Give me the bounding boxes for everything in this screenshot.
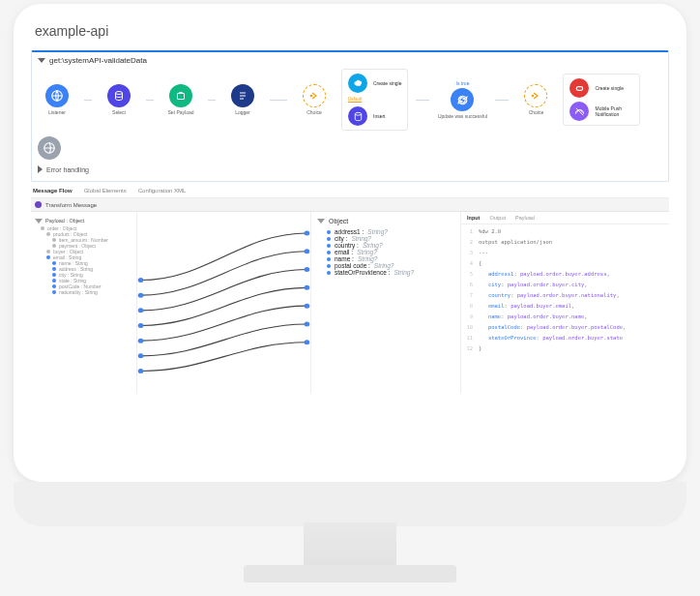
api-title: example-api [31, 21, 669, 50]
field-dot-icon [46, 255, 50, 259]
svg-point-20 [305, 321, 310, 326]
svg-point-21 [305, 340, 310, 344]
object-field[interactable]: stateOrProvidence : String? [317, 269, 454, 276]
monitor-stand-base [244, 565, 456, 582]
tab-global-elements[interactable]: Global Elements [84, 188, 127, 194]
field-dot-icon [327, 271, 331, 275]
branch-block-1: Create single Default Insert [341, 69, 408, 131]
field-dot-icon [52, 290, 56, 294]
svg-point-13 [138, 353, 144, 358]
object-field[interactable]: country : String? [317, 242, 454, 249]
svg-point-12 [138, 339, 144, 343]
collapse-icon [38, 58, 45, 63]
oracle-icon [569, 78, 589, 98]
flow-node-logger[interactable]: Logger [223, 84, 262, 115]
flow-node-update[interactable]: Is true Update was successful [437, 80, 487, 119]
field-dot-icon [52, 261, 56, 265]
globe-icon[interactable] [38, 136, 61, 160]
svg-point-1 [116, 92, 123, 95]
field-dot-icon [41, 226, 44, 230]
logger-icon [231, 84, 254, 107]
branch-row[interactable]: Mobile Push Notification [569, 102, 633, 121]
salesforce-icon [348, 74, 367, 93]
code-tab-input[interactable]: Input [467, 215, 480, 221]
field-dot-icon [52, 273, 56, 277]
field-dot-icon [52, 284, 56, 288]
flow-node-choice-2[interactable]: Choice [516, 84, 555, 115]
svg-rect-6 [576, 86, 582, 90]
monitor-stand-neck [304, 522, 396, 569]
screen-bezel: example-api get:\systemAPI-validateData … [14, 4, 686, 482]
field-dot-icon [327, 230, 331, 234]
connector [84, 100, 92, 101]
object-field[interactable]: city : String? [317, 235, 454, 242]
flow-row: Listener Select Set Payloa [38, 69, 662, 131]
database-icon [348, 106, 367, 126]
notification-icon [569, 102, 589, 121]
app-screen: example-api get:\systemAPI-validateData … [31, 21, 669, 464]
code-panel: Input Output Payload 123456789101112 %dw… [461, 212, 669, 394]
connector [146, 100, 154, 101]
svg-point-4 [355, 112, 361, 115]
field-dot-icon [327, 251, 331, 254]
line-gutter: 123456789101112 [461, 224, 477, 356]
branch-row[interactable]: Create single [569, 78, 633, 98]
payload-tree[interactable]: Payload : Object order : Objectproduct :… [31, 212, 137, 394]
flow-name: get:\systemAPI-validateData [49, 56, 147, 65]
svg-point-3 [310, 95, 311, 96]
object-field[interactable]: name : String? [317, 255, 454, 262]
flow-node-choice-1[interactable]: Choice [295, 84, 334, 115]
svg-point-19 [305, 304, 310, 309]
expand-icon [38, 165, 43, 173]
lower-tabs: Message Flow Global Elements Configurati… [31, 182, 669, 198]
database-icon [107, 84, 131, 107]
choice-icon [524, 84, 547, 107]
object-field[interactable]: address1 : String? [317, 228, 454, 235]
code-editor[interactable]: 123456789101112 %dw 2.0output applicatio… [461, 224, 669, 356]
globe-icon [45, 84, 69, 107]
flow-node-select[interactable]: Select [100, 84, 138, 115]
code-tab-output[interactable]: Output [489, 215, 506, 221]
object-field[interactable]: postal code : String? [317, 262, 454, 269]
svg-point-15 [305, 230, 310, 235]
svg-point-17 [305, 267, 310, 272]
flow-header[interactable]: get:\systemAPI-validateData [38, 56, 662, 69]
connector [270, 100, 287, 101]
svg-point-18 [305, 285, 310, 290]
branch-row[interactable]: Insert [348, 106, 401, 126]
code-tabs: Input Output Payload [461, 212, 669, 224]
svg-point-11 [138, 323, 144, 328]
svg-rect-2 [178, 94, 185, 100]
field-dot-icon [46, 232, 50, 236]
tree-item[interactable]: nationality : String [35, 289, 132, 295]
field-dot-icon [327, 237, 331, 241]
field-dot-icon [327, 244, 331, 248]
code-tab-payload[interactable]: Payload [515, 215, 535, 221]
tab-message-flow[interactable]: Message Flow [33, 188, 73, 194]
wires-svg [137, 212, 310, 394]
flow-node-listener[interactable]: Listener [38, 84, 76, 115]
monitor-frame: example-api get:\systemAPI-validateData … [0, 0, 700, 596]
error-handling-row[interactable]: Error handling [38, 160, 662, 173]
transform-icon [35, 201, 42, 208]
field-dot-icon [327, 264, 331, 268]
payload-icon [169, 84, 192, 107]
choice-icon [303, 84, 326, 107]
sync-icon [451, 88, 474, 111]
svg-point-5 [533, 95, 534, 96]
connector [495, 100, 509, 101]
connector [416, 100, 429, 101]
object-field[interactable]: email : String? [317, 249, 454, 255]
collapse-icon [35, 219, 43, 224]
output-object-tree[interactable]: Object address1 : String?city : String?c… [311, 212, 461, 394]
mapping-wires [137, 212, 311, 394]
flow-node-set-payload[interactable]: Set Payload [161, 84, 200, 115]
field-dot-icon [52, 238, 56, 242]
code-lines: %dw 2.0output application/json---{ addre… [477, 224, 627, 356]
branch-block-2: Create single Mobile Push Notification [563, 74, 640, 126]
monitor-chin [14, 482, 686, 526]
tab-configuration-xml[interactable]: Configuration XML [138, 188, 187, 194]
flow-canvas: get:\systemAPI-validateData Listener [31, 50, 669, 182]
branch-row[interactable]: Create single [348, 74, 401, 93]
field-dot-icon [52, 279, 56, 283]
